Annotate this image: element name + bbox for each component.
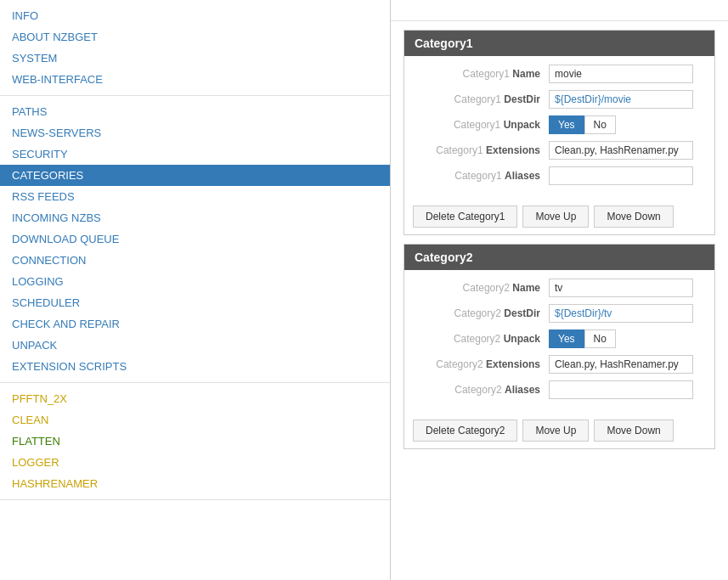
destdir-row-2: Category2 DestDir	[413, 304, 706, 323]
action-row-2: Delete Category2 Move Up Move Down	[404, 414, 714, 448]
destdir-label-2: Category2 DestDir	[413, 307, 549, 319]
sidebar-item-clean[interactable]: CLEAN	[0, 409, 390, 431]
sidebar-item-connection[interactable]: CONNECTION	[0, 250, 390, 271]
aliases-row-2: Category2 Aliases	[413, 380, 706, 399]
aliases-label-1: Category1 Aliases	[413, 170, 549, 182]
extensions-input-2[interactable]	[549, 355, 693, 374]
action-row-1: Delete Category1 Move Up Move Down	[404, 200, 714, 234]
name-row-2: Category2 Name	[413, 279, 706, 297]
category-header-2: Category2	[404, 245, 714, 270]
unpack-label-2: Category2 Unpack	[413, 333, 549, 345]
aliases-input-1[interactable]	[549, 166, 693, 185]
sidebar-item-logging[interactable]: LOGGING	[0, 271, 390, 292]
name-input-1[interactable]	[549, 65, 693, 83]
extensions-row-1: Category1 Extensions	[413, 141, 706, 160]
name-label-2: Category2 Name	[413, 282, 549, 294]
unpack-yes-1[interactable]: Yes	[549, 115, 584, 134]
extensions-input-1[interactable]	[549, 141, 693, 160]
sidebar-item-extension-scripts[interactable]: EXTENSION SCRIPTS	[0, 356, 390, 377]
aliases-input-2[interactable]	[549, 380, 693, 399]
aliases-row-1: Category1 Aliases	[413, 166, 706, 185]
sidebar-item-scheduler[interactable]: SCHEDULER	[0, 292, 390, 313]
sidebar: INFOABOUT NZBGETSYSTEMWEB-INTERFACEPATHS…	[0, 0, 391, 580]
sidebar-item-rss-feeds[interactable]: RSS FEEDS	[0, 186, 390, 207]
page-title	[391, 0, 728, 21]
category-header-1: Category1	[404, 31, 714, 56]
sidebar-item-paths[interactable]: PATHS	[0, 101, 390, 122]
move-up-button-2[interactable]: Move Up	[522, 420, 589, 442]
sidebar-item-categories[interactable]: CATEGORIES	[0, 165, 390, 186]
sidebar-item-logger[interactable]: LOGGER	[0, 452, 390, 473]
sidebar-item-check-and-repair[interactable]: CHECK AND REPAIR	[0, 313, 390, 335]
unpack-row-2: Category2 Unpack Yes No	[413, 329, 706, 348]
name-row-1: Category1 Name	[413, 65, 706, 83]
destdir-row-1: Category1 DestDir	[413, 90, 706, 109]
sidebar-item-incoming-nzbs[interactable]: INCOMING NZBS	[0, 207, 390, 228]
destdir-input-1[interactable]	[549, 90, 693, 109]
sidebar-item-system[interactable]: SYSTEM	[0, 48, 390, 69]
aliases-label-2: Category2 Aliases	[413, 384, 549, 396]
unpack-no-1[interactable]: No	[584, 115, 616, 134]
delete-button-2[interactable]: Delete Category2	[413, 420, 517, 442]
unpack-label-1: Category1 Unpack	[413, 119, 549, 131]
sidebar-item-news-servers[interactable]: NEWS-SERVERS	[0, 122, 390, 144]
unpack-no-2[interactable]: No	[584, 329, 616, 348]
unpack-toggle-2: Yes No	[549, 329, 616, 348]
sidebar-item-info[interactable]: INFO	[0, 5, 390, 26]
sidebar-item-pfftn-2x[interactable]: PFFTN_2X	[0, 388, 390, 409]
category-panel-2: Category2Category2 Name Category2 DestDi…	[404, 244, 715, 449]
unpack-row-1: Category1 Unpack Yes No	[413, 115, 706, 134]
move-up-button-1[interactable]: Move Up	[522, 206, 589, 228]
destdir-input-2[interactable]	[549, 304, 693, 323]
destdir-label-1: Category1 DestDir	[413, 93, 549, 105]
move-down-button-2[interactable]: Move Down	[594, 420, 673, 442]
sidebar-item-flatten[interactable]: FLATTEN	[0, 431, 390, 452]
sidebar-item-web-interface[interactable]: WEB-INTERFACE	[0, 69, 390, 90]
sidebar-item-hashrenamer[interactable]: HASHRENAMER	[0, 473, 390, 494]
unpack-yes-2[interactable]: Yes	[549, 329, 584, 348]
extensions-row-2: Category2 Extensions	[413, 355, 706, 374]
extensions-label-2: Category2 Extensions	[413, 358, 549, 370]
sidebar-item-unpack[interactable]: UNPACK	[0, 335, 390, 356]
sidebar-item-security[interactable]: SECURITY	[0, 144, 390, 165]
extensions-label-1: Category1 Extensions	[413, 144, 549, 156]
sidebar-item-about-nzbget[interactable]: ABOUT NZBGET	[0, 26, 390, 48]
main-content: Category1Category1 Name Category1 DestDi…	[391, 0, 728, 580]
sidebar-item-download-queue[interactable]: DOWNLOAD QUEUE	[0, 228, 390, 250]
unpack-toggle-1: Yes No	[549, 115, 616, 134]
category-panel-1: Category1Category1 Name Category1 DestDi…	[404, 30, 715, 235]
name-input-2[interactable]	[549, 279, 693, 297]
move-down-button-1[interactable]: Move Down	[594, 206, 673, 228]
delete-button-1[interactable]: Delete Category1	[413, 206, 517, 228]
name-label-1: Category1 Name	[413, 68, 549, 80]
